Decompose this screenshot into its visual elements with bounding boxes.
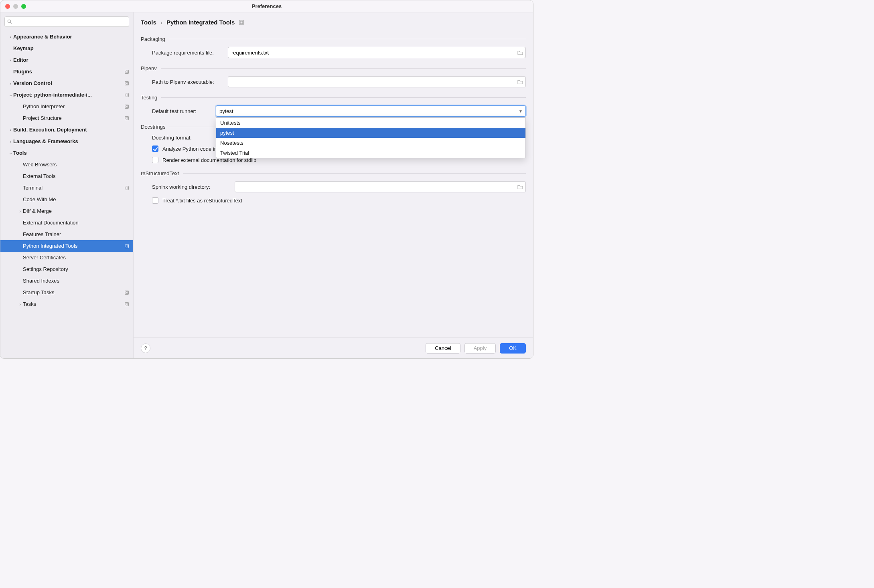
sphinx-dir-label: Sphinx working directory: [141, 184, 230, 190]
tree-item[interactable]: Plugins [0, 66, 133, 77]
test-runner-dropdown: UnittestspytestNosetestsTwisted Trial [216, 117, 526, 158]
tree-item[interactable]: Server Certificates [0, 252, 133, 263]
tree-item-label: Project Structure [23, 115, 122, 121]
tree-item-label: Build, Execution, Deployment [13, 127, 129, 133]
section-pipenv: Pipenv Path to Pipenv executable: [141, 65, 526, 87]
svg-rect-15 [126, 245, 128, 247]
chevron-right-icon[interactable]: › [17, 209, 23, 214]
folder-icon[interactable] [517, 79, 523, 85]
folder-icon[interactable] [517, 50, 523, 55]
tree-item-label: Editor [13, 57, 129, 63]
tree-item[interactable]: ›Tasks [0, 298, 133, 310]
tree-item[interactable]: Web Browsers [0, 159, 133, 170]
test-runner-select[interactable]: pytest [216, 105, 526, 117]
settings-sidebar: ›Appearance & BehaviorKeymap›EditorPlugi… [0, 12, 134, 358]
tree-item-label: Languages & Frameworks [13, 138, 129, 144]
analyze-docstrings-checkbox[interactable] [152, 145, 158, 152]
window-title: Preferences [252, 3, 282, 9]
treat-txt-rst-checkbox[interactable] [152, 197, 158, 204]
project-scope-icon [124, 104, 129, 109]
svg-rect-9 [126, 105, 128, 107]
section-packaging: Packaging Package requirements file: [141, 36, 526, 58]
tree-item-label: Server Certificates [23, 255, 129, 261]
svg-rect-17 [126, 291, 128, 293]
docstring-format-label: Docstring format: [141, 135, 211, 141]
chevron-right-icon[interactable]: › [8, 127, 13, 132]
section-rst: reStructuredText Sphinx working director… [141, 170, 526, 204]
render-stdlib-checkbox[interactable] [152, 157, 158, 163]
tree-item[interactable]: Shared Indexes [0, 275, 133, 287]
tree-item[interactable]: Features Trainer [0, 228, 133, 240]
svg-rect-7 [126, 94, 128, 96]
tree-item-label: Features Trainer [23, 231, 129, 237]
tree-item-label: Tools [13, 150, 129, 156]
chevron-down-icon[interactable]: ⌄ [8, 150, 13, 156]
chevron-right-icon[interactable]: › [8, 34, 13, 39]
breadcrumb-root[interactable]: Tools [141, 19, 156, 26]
chevron-right-icon[interactable]: › [8, 139, 13, 144]
chevron-down-icon[interactable]: ⌄ [8, 92, 13, 97]
project-scope-icon [124, 69, 129, 74]
tree-item[interactable]: Python Interpreter [0, 101, 133, 112]
cancel-button[interactable]: Cancel [426, 343, 460, 354]
divider [169, 39, 526, 39]
folder-icon[interactable] [517, 184, 523, 190]
requirements-input[interactable] [228, 47, 526, 58]
chevron-right-icon[interactable]: › [8, 58, 13, 63]
settings-tree: ›Appearance & BehaviorKeymap›EditorPlugi… [0, 29, 133, 358]
test-runner-label: Default test runner: [141, 108, 211, 114]
help-button[interactable]: ? [141, 344, 150, 353]
tree-item[interactable]: Keymap [0, 42, 133, 54]
tree-item-label: Shared Indexes [23, 278, 129, 284]
svg-rect-13 [126, 187, 128, 189]
apply-button[interactable]: Apply [464, 343, 496, 354]
search-input[interactable] [4, 16, 129, 27]
sphinx-dir-input[interactable] [235, 181, 526, 192]
section-testing: Testing Default test runner: pytest ▼ Un… [141, 95, 526, 117]
tree-item[interactable]: ›Languages & Frameworks [0, 135, 133, 147]
tree-item-label: Code With Me [23, 196, 129, 202]
tree-item[interactable]: ⌄Project: python-intermediate-i... [0, 89, 133, 101]
tree-item-label: Keymap [13, 45, 129, 51]
tree-item-label: Version Control [13, 80, 122, 86]
chevron-right-icon[interactable]: › [8, 81, 13, 86]
tree-item[interactable]: ›Editor [0, 54, 133, 66]
tree-item[interactable]: Project Structure [0, 112, 133, 124]
tree-item[interactable]: External Documentation [0, 217, 133, 228]
tree-item[interactable]: ›Diff & Merge [0, 205, 133, 217]
maximize-icon[interactable] [21, 4, 26, 9]
ok-button[interactable]: OK [500, 343, 526, 354]
dropdown-option[interactable]: Unittests [216, 118, 525, 128]
pipenv-path-input[interactable] [228, 76, 526, 87]
tree-item[interactable]: Startup Tasks [0, 287, 133, 298]
tree-item[interactable]: Python Integrated Tools [0, 240, 133, 252]
project-scope-icon [124, 244, 129, 249]
svg-rect-6 [125, 93, 129, 97]
tree-item[interactable]: ›Build, Execution, Deployment [0, 124, 133, 135]
dropdown-option[interactable]: pytest [216, 128, 525, 138]
tree-item[interactable]: ›Appearance & Behavior [0, 31, 133, 42]
tree-item[interactable]: Settings Repository [0, 263, 133, 275]
tree-item[interactable]: ›Version Control [0, 77, 133, 89]
svg-rect-12 [125, 186, 129, 190]
dropdown-option[interactable]: Twisted Trial [216, 148, 525, 158]
tree-item-label: Diff & Merge [23, 208, 129, 214]
dropdown-option[interactable]: Nosetests [216, 138, 525, 148]
chevron-right-icon: › [160, 19, 162, 26]
tree-item[interactable]: Terminal [0, 182, 133, 194]
close-icon[interactable] [5, 4, 10, 9]
tree-item[interactable]: External Tools [0, 170, 133, 182]
svg-rect-2 [125, 70, 129, 73]
section-title: reStructuredText [141, 170, 179, 176]
tree-item[interactable]: Code With Me [0, 194, 133, 205]
window-controls [5, 4, 26, 9]
tree-item[interactable]: ⌄Tools [0, 147, 133, 159]
divider [183, 173, 526, 174]
tree-item-label: Startup Tasks [23, 289, 122, 295]
project-scope-icon [124, 93, 129, 97]
project-scope-icon [124, 186, 129, 190]
chevron-right-icon[interactable]: › [17, 302, 23, 307]
project-scope-icon [124, 81, 129, 86]
tree-item-label: Python Interpreter [23, 103, 122, 109]
pipenv-path-label: Path to Pipenv executable: [141, 79, 223, 85]
